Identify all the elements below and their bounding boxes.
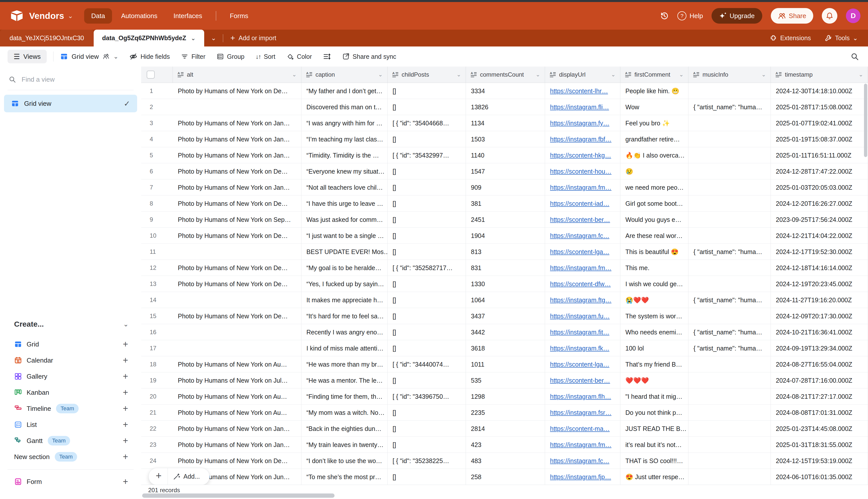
cell-timestamp[interactable]: 2024-11-27T19:16:20.000Z [771,292,868,308]
row-number[interactable]: 24 [141,453,173,469]
cell-musicInfo[interactable] [689,308,771,324]
display-url-link[interactable]: https://instagram.fm… [550,441,611,449]
cell-musicInfo[interactable] [689,469,771,485]
row-number[interactable]: 23 [141,437,173,453]
help-button[interactable]: ? Help [677,11,703,20]
cell-childPosts[interactable]: [] [387,163,466,179]
horizontal-scrollbar[interactable] [142,494,335,498]
tools-button[interactable]: Tools ⌄ [824,34,858,42]
cell-commentsCount[interactable]: 1140 [466,147,545,163]
cell-commentsCount[interactable]: 258 [466,469,545,485]
column-chevron-down-icon[interactable]: ⌄ [457,71,461,78]
cell-displayUrl[interactable]: https://instagram.fm… [545,260,620,276]
cell-alt[interactable] [173,99,301,115]
cell-commentsCount[interactable]: 1298 [466,388,545,404]
nav-tab-data[interactable]: Data [84,8,112,24]
cell-timestamp[interactable]: 2023-09-25T17:56:24.000Z [771,211,868,228]
row-number[interactable]: 4 [141,131,173,147]
cell-caption[interactable]: “Back in the eighties dun… [301,421,387,437]
cell-musicInfo[interactable] [689,421,771,437]
cell-caption[interactable]: “Everyone knew my situat… [301,163,387,179]
cell-childPosts[interactable]: [] [387,179,466,195]
cell-musicInfo[interactable]: { "artist_name": "huma… [689,244,771,260]
nav-tab-forms[interactable]: Forms [223,8,256,24]
display-url-link[interactable]: https://instagram.fsr… [550,409,611,416]
cell-firstComment[interactable]: Would you guys e… [620,211,689,228]
cell-firstComment[interactable]: Girl got some boot… [620,195,689,211]
cell-childPosts[interactable]: [] [387,469,466,485]
cell-alt[interactable]: Photo by Humans of New York on De… [173,83,301,99]
add-view-plus-icon[interactable]: + [123,404,128,413]
cell-timestamp[interactable]: 2025-01-11T16:51:11.000Z [771,147,868,163]
column-header-childPosts[interactable]: AchildPosts⌄ [387,66,466,83]
add-view-plus-icon[interactable]: + [123,452,128,461]
display-url-link[interactable]: https://instagram.fjp… [550,473,611,480]
cell-alt[interactable]: Photo by Humans of New York on Jan… [173,179,301,195]
cell-childPosts[interactable]: [ { "id": "34440074… [387,356,466,373]
cell-caption[interactable]: I kind of miss male attenti… [301,340,387,356]
display-url-link[interactable]: https://scontent-ma… [550,425,610,433]
cell-displayUrl[interactable]: https://instagram.fy… [545,115,620,131]
cell-alt[interactable]: Photo by Humans of New York on De… [173,195,301,211]
row-height-button[interactable] [323,52,331,61]
create-item-gantt[interactable]: GanttTeam+ [0,433,141,449]
cell-musicInfo[interactable] [689,195,771,211]
cell-caption[interactable]: Discovered this man on t… [301,99,387,115]
cell-commentsCount[interactable]: 1330 [466,276,545,292]
cell-caption[interactable]: “I was angry with him for … [301,115,387,131]
cell-musicInfo[interactable]: { "artist_name": "huma… [689,99,771,115]
column-chevron-down-icon[interactable]: ⌄ [378,71,383,78]
row-number[interactable]: 5 [141,147,173,163]
display-url-link[interactable]: https://scontent-dfw… [550,280,611,288]
cell-musicInfo[interactable] [689,373,771,388]
notifications-button[interactable] [822,8,838,24]
cell-displayUrl[interactable]: https://scontent-ber… [545,211,620,228]
create-item-gallery[interactable]: Gallery+ [0,368,141,385]
cell-timestamp[interactable]: 2024-08-08T17:01:31.000Z [771,404,868,421]
workspace-name[interactable]: Vendors [29,11,64,21]
display-url-link[interactable]: https://instagram.fbf… [550,136,611,143]
create-item-form[interactable]: Form + [0,474,141,490]
row-number[interactable]: 7 [141,179,173,195]
column-chevron-down-icon[interactable]: ⌄ [761,71,766,78]
cell-musicInfo[interactable] [689,83,771,99]
cell-commentsCount[interactable]: 1011 [466,356,545,373]
column-chevron-down-icon[interactable]: ⌄ [611,71,616,78]
create-item-list[interactable]: List+ [0,417,141,433]
cell-alt[interactable]: Photo by Humans of New York on De… [173,276,301,292]
cell-childPosts[interactable]: [ { "id": "35432997… [387,147,466,163]
cell-timestamp[interactable]: 2024-12-15T19:53:19.000Z [771,453,868,469]
avatar[interactable]: D [846,9,860,23]
share-and-sync-button[interactable]: Share and sync [342,53,396,60]
cell-displayUrl[interactable]: https://scontent-ber… [545,373,620,388]
column-chevron-down-icon[interactable]: ⌄ [292,71,297,78]
sort-button[interactable]: ↓↑ Sort [256,53,275,60]
add-view-plus-icon[interactable]: + [123,340,128,349]
display-url-link[interactable]: https://scontent-ber… [550,216,610,223]
display-url-link[interactable]: https://instagram.fy… [550,120,609,127]
cell-commentsCount[interactable]: 1064 [466,292,545,308]
cell-commentsCount[interactable]: 381 [466,195,545,211]
cell-firstComment[interactable]: THAT is SO cool!!!… [620,453,689,469]
cell-childPosts[interactable]: [] [387,131,466,147]
cell-firstComment[interactable]: Who needs enemi… [620,324,689,340]
create-item-timeline[interactable]: TimelineTeam+ [0,401,141,417]
create-item-calendar[interactable]: 31Calendar+ [0,352,141,368]
row-number[interactable]: 16 [141,324,173,340]
cell-timestamp[interactable]: 2024-12-21T14:04:22.000Z [771,228,868,244]
display-url-link[interactable]: https://instagram.fm… [550,264,611,272]
display-url-link[interactable]: https://instagram.fit… [550,329,609,336]
cell-timestamp[interactable]: 2024-12-30T14:18:10.000Z [771,83,868,99]
cell-alt[interactable]: Photo by Humans of New York on De… [173,308,301,324]
cell-displayUrl[interactable]: https://instagram.fu… [545,308,620,324]
cell-childPosts[interactable]: [] [387,308,466,324]
create-section-header[interactable]: Create... ⌄ [14,320,128,328]
cell-timestamp[interactable]: 2024-08-21T17:27:17.000Z [771,388,868,404]
row-number[interactable]: 10 [141,228,173,244]
display-url-link[interactable]: https://instagram.fc… [550,232,609,240]
cell-timestamp[interactable]: 2024-07-28T17:16:00.000Z [771,373,868,388]
cell-firstComment[interactable]: The system is wor… [620,308,689,324]
display-url-link[interactable]: https://instagram.fli… [550,104,609,111]
cell-musicInfo[interactable] [689,404,771,421]
display-url-link[interactable]: https://scontent-iad… [550,200,609,207]
